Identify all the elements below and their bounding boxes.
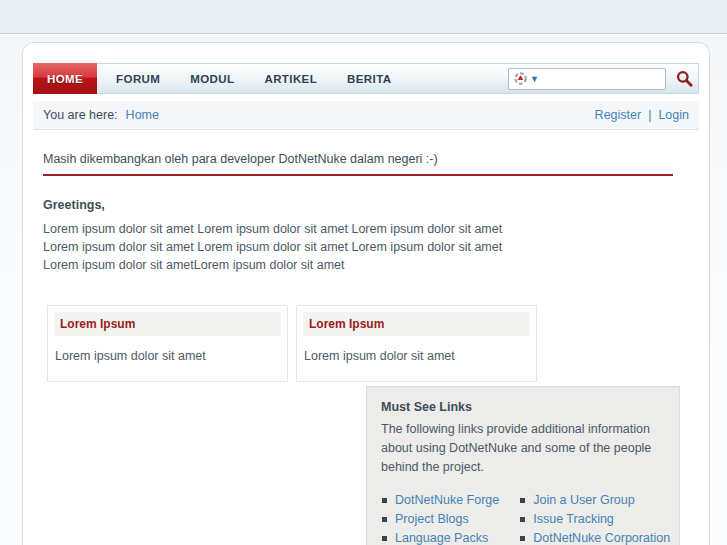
- must-see-links-box: Must See Links The following links provi…: [366, 386, 680, 545]
- auth-separator: |: [648, 108, 651, 122]
- magnifier-icon[interactable]: [675, 69, 694, 88]
- auth-links: Register | Login: [595, 108, 689, 122]
- nav-item-modul[interactable]: MODUL: [175, 64, 249, 93]
- main-container: HOME FORUM MODUL ARTIKEL BERITA ▼: [22, 42, 710, 545]
- link-issue-tracking[interactable]: Issue Tracking: [533, 512, 614, 526]
- panel-title: Lorem Ipsum: [303, 312, 530, 336]
- page-top-band: [0, 0, 727, 34]
- link-dotnetnuke-corporation[interactable]: DotNetNuke Corporation: [533, 531, 670, 545]
- panel-lorem-2: Lorem Ipsum Lorem ipsum dolor sit amet: [296, 305, 537, 382]
- breadcrumb-bar: You are here: Home Register | Login: [33, 101, 699, 130]
- link-dotnetnuke-forge[interactable]: DotNetNuke Forge: [395, 493, 499, 507]
- nav-item-forum[interactable]: FORUM: [101, 64, 175, 93]
- panel-body: Lorem ipsum dolor sit amet: [54, 336, 281, 375]
- list-item: DotNetNuke Forge: [381, 493, 499, 507]
- content-area: Masih dikembangkan oleh para developer D…: [23, 130, 709, 545]
- intro-text: Masih dikembangkan oleh para developer D…: [43, 152, 673, 166]
- nav-item-berita[interactable]: BERITA: [332, 64, 406, 93]
- login-link[interactable]: Login: [658, 108, 689, 122]
- list-item: DotNetNuke Corporation: [519, 531, 670, 545]
- nav-item-home[interactable]: HOME: [33, 63, 97, 94]
- panel-lorem-1: Lorem Ipsum Lorem ipsum dolor sit amet: [47, 305, 288, 382]
- main-navbar: HOME FORUM MODUL ARTIKEL BERITA ▼: [33, 63, 699, 94]
- list-item: Join a User Group: [519, 493, 670, 507]
- link-language-packs[interactable]: Language Packs: [395, 531, 488, 545]
- must-see-description: The following links provide additional i…: [381, 420, 665, 476]
- nav-item-artikel[interactable]: ARTIKEL: [249, 64, 332, 93]
- must-see-title: Must See Links: [381, 400, 665, 414]
- link-project-blogs[interactable]: Project Blogs: [395, 512, 469, 526]
- breadcrumb-prefix: You are here:: [43, 108, 118, 122]
- list-item: Project Blogs: [381, 512, 499, 526]
- site-logo-icon: [513, 71, 528, 86]
- list-item: Issue Tracking: [519, 512, 670, 526]
- search-box[interactable]: ▼: [508, 68, 666, 90]
- list-item: Language Packs: [381, 531, 499, 545]
- link-column-1: DotNetNuke Forge Project Blogs Language …: [381, 493, 499, 545]
- link-join-user-group[interactable]: Join a User Group: [533, 493, 634, 507]
- panels-row: Lorem Ipsum Lorem ipsum dolor sit amet L…: [47, 305, 673, 382]
- register-link[interactable]: Register: [595, 108, 642, 122]
- breadcrumb-home-link[interactable]: Home: [126, 108, 159, 122]
- must-see-link-columns: DotNetNuke Forge Project Blogs Language …: [381, 493, 665, 545]
- red-divider: [43, 174, 673, 176]
- panel-body: Lorem ipsum dolor sit amet: [303, 336, 530, 375]
- search-input[interactable]: [539, 70, 661, 88]
- greeting-paragraph: Lorem ipsum dolor sit amet Lorem ipsum d…: [43, 220, 540, 274]
- link-column-2: Join a User Group Issue Tracking DotNetN…: [519, 493, 670, 545]
- greeting-title: Greetings,: [43, 198, 673, 212]
- search-scope-dropdown-icon[interactable]: ▼: [530, 74, 539, 84]
- search-group: ▼: [508, 64, 698, 93]
- panel-title: Lorem Ipsum: [54, 312, 281, 336]
